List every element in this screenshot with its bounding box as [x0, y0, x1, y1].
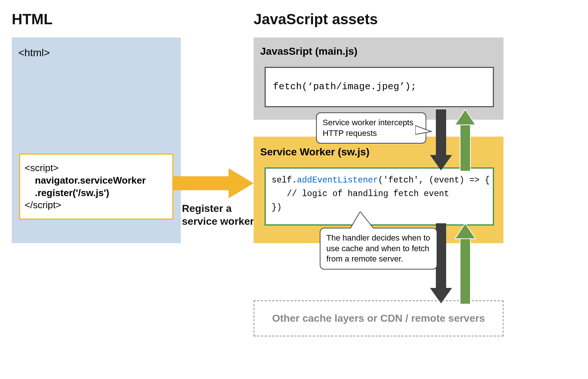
script-line-2: .register('/sw.js')	[25, 187, 168, 199]
arrow-up-bottom-icon	[455, 223, 477, 306]
svg-rect-7	[460, 238, 470, 304]
fetch-code-box: fetch(‘path/image.jpeg’);	[265, 67, 494, 107]
script-close-tag: </script>	[25, 199, 168, 212]
sw-code: self.addEventListener('fetch', (event) =…	[266, 169, 493, 219]
arrow-up-top-icon	[455, 109, 477, 173]
html-open-tag: <html>	[18, 47, 50, 59]
script-open-tag: <script>	[25, 162, 168, 174]
html-section-title: HTML	[12, 11, 53, 28]
svg-marker-9	[415, 126, 431, 134]
cdn-label: Other cache layers or CDN / remote serve…	[272, 313, 485, 324]
svg-marker-2	[430, 155, 452, 170]
svg-rect-1	[436, 109, 446, 156]
register-label: Register a service worker	[182, 202, 255, 228]
intercept-bubble-tail	[415, 125, 432, 140]
svg-rect-3	[460, 124, 470, 171]
arrow-down-top-icon	[430, 109, 452, 173]
intercept-bubble: Service worker intercepts HTTP requests	[316, 112, 426, 144]
register-arrow	[173, 167, 254, 201]
js-section-title: JavaScript assets	[254, 11, 378, 28]
script-registration-box: <script> navigator.serviceWorker .regist…	[19, 154, 173, 220]
svg-rect-5	[436, 223, 446, 289]
handler-bubble-tail	[345, 212, 375, 230]
mainjs-title: JavasSript (main.js)	[260, 46, 358, 57]
script-line-1: navigator.serviceWorker	[25, 174, 168, 187]
sw-title: Service Worker (sw.js)	[260, 146, 369, 158]
svg-marker-0	[173, 168, 254, 198]
svg-marker-4	[455, 109, 476, 125]
svg-marker-10	[350, 212, 374, 229]
sw-code-box: self.addEventListener('fetch', (event) =…	[265, 167, 494, 225]
fetch-code: fetch(‘path/image.jpeg’);	[266, 68, 493, 105]
svg-rect-11	[349, 228, 375, 230]
cdn-box: Other cache layers or CDN / remote serve…	[254, 300, 503, 336]
handler-bubble: The handler decides when to use cache an…	[320, 228, 437, 270]
svg-marker-8	[455, 223, 476, 239]
